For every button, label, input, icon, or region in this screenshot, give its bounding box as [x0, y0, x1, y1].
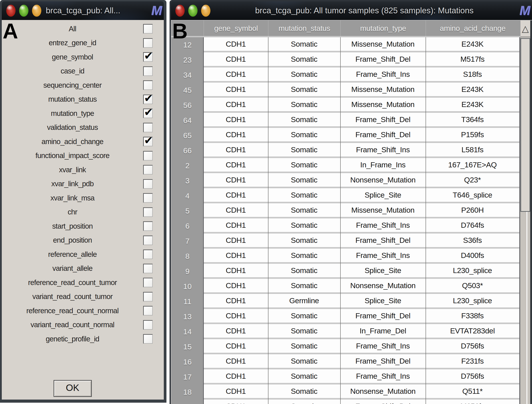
field-label: variant_read_count_tumor — [2, 292, 143, 301]
checkbox-validation_status[interactable] — [143, 123, 153, 132]
cell-amino_acid_change: D764fs — [426, 218, 519, 234]
table-row[interactable]: 16CDH1SomaticFrame_Shift_DelF231fs — [171, 354, 532, 369]
table-row[interactable]: 8CDH1SomaticFrame_Shift_InsD400fs — [171, 249, 532, 264]
table-row[interactable]: 6CDH1SomaticFrame_Shift_InsD764fs — [171, 218, 532, 234]
window-field-selector: brca_tcga_pub: All... M Allentrez_gene_i… — [0, 0, 166, 403]
table-row[interactable]: 4CDH1SomaticSplice_SiteT646_splice — [171, 188, 532, 203]
column-header-mutation_type[interactable]: mutation_type — [340, 20, 426, 36]
checkbox-xvar_link_pdb[interactable] — [143, 179, 153, 189]
cell-mutation_type: Frame_Shift_Ins — [340, 143, 426, 158]
row-number: 7 — [171, 234, 204, 249]
window-buttons — [2, 5, 41, 17]
field-row-variant_allele: variant_allele — [2, 261, 164, 276]
zoom-button[interactable] — [188, 5, 198, 17]
checkbox-reference_read_count_tumor[interactable] — [143, 278, 153, 287]
cell-amino_acid_change: D756fs — [426, 369, 519, 385]
table-row[interactable]: 23CDH1SomaticFrame_Shift_DelM517fs — [171, 52, 532, 68]
column-header-mutation_status[interactable]: mutation_status — [268, 20, 340, 36]
window-buttons — [171, 5, 210, 17]
field-label: amino_acid_change — [2, 137, 143, 146]
cell-amino_acid_change: L230_splice — [426, 264, 519, 279]
cell-gene_symbol: CDH1 — [204, 385, 268, 400]
field-label: entrez_gene_id — [2, 39, 143, 47]
table-row[interactable]: 5CDH1SomaticMissense_MutationP260H — [171, 203, 532, 218]
window-title: brca_tcga_pub: All tumor samples (825 sa… — [210, 6, 518, 15]
checkbox-reference_allele[interactable] — [143, 250, 153, 259]
table-row[interactable]: 56CDH1SomaticMissense_MutationE243K — [171, 98, 532, 113]
cell-mutation_type: Missense_Mutation — [340, 203, 426, 218]
field-label: sequencing_center — [2, 81, 143, 89]
checkbox-entrez_gene_id[interactable] — [143, 38, 153, 48]
field-row-functional_impact_score: functional_impact_score — [2, 149, 164, 163]
table-row[interactable]: 19CDH1SomaticFrame_Shift_DelM656fs — [171, 400, 532, 404]
checkbox-mutation_type[interactable]: ✔ — [143, 108, 153, 118]
table-row[interactable]: 15CDH1SomaticFrame_Shift_InsD756fs — [171, 339, 532, 354]
field-label: validation_status — [2, 123, 143, 132]
table-row[interactable]: 9CDH1SomaticSplice_SiteL230_splice — [171, 264, 532, 279]
cell-mutation_type: Splice_Site — [340, 188, 426, 203]
zoom-button[interactable] — [19, 5, 28, 17]
table-row[interactable]: 45CDH1SomaticMissense_MutationE243K — [171, 82, 532, 98]
checkbox-case_id[interactable] — [143, 66, 153, 76]
field-row-reference_read_count_tumor: reference_read_count_tumor — [2, 276, 164, 290]
table-row[interactable]: 17CDH1SomaticFrame_Shift_InsD756fs — [171, 369, 532, 385]
checkbox-functional_impact_score[interactable] — [143, 151, 153, 160]
field-label: start_position — [2, 222, 143, 230]
checkbox-start_position[interactable] — [143, 221, 153, 231]
table-row[interactable]: 10CDH1SomaticNonsense_MutationQ503* — [171, 279, 532, 294]
cell-mutation_type: Frame_Shift_Del — [340, 113, 426, 128]
table-row[interactable]: 12CDH1SomaticMissense_MutationE243K — [171, 37, 532, 52]
table-row[interactable]: 7CDH1SomaticFrame_Shift_DelS36fs — [171, 234, 532, 249]
checkbox-variant_read_count_tumor[interactable] — [143, 292, 153, 302]
cell-amino_acid_change: 167_167E>AQ — [426, 158, 519, 173]
column-header-amino_acid_change[interactable]: amino_acid_change — [426, 20, 519, 36]
checkbox-sequencing_center[interactable] — [143, 80, 153, 90]
checkbox-All[interactable] — [143, 24, 153, 33]
close-button[interactable] — [6, 5, 16, 17]
scroll-up-button[interactable]: △ — [520, 20, 530, 37]
checkbox-genetic_profile_id[interactable] — [143, 334, 153, 344]
checkbox-mutation_status[interactable]: ✔ — [143, 95, 153, 104]
checkbox-variant_allele[interactable] — [143, 264, 153, 273]
table-row[interactable]: 64CDH1SomaticFrame_Shift_DelT364fs — [171, 113, 532, 128]
panel-a-label: A — [3, 20, 18, 42]
field-row-All: All — [2, 22, 164, 36]
checkbox-end_position[interactable] — [143, 235, 153, 245]
checkbox-chr[interactable] — [143, 207, 153, 217]
field-row-xvar_link: xvar_link — [2, 163, 164, 177]
checkbox-variant_read_count_normal[interactable] — [143, 320, 153, 330]
column-header-gene_symbol[interactable]: gene_symbol — [204, 20, 268, 36]
table-row[interactable]: 3CDH1SomaticNonsense_MutationQ23* — [171, 173, 532, 188]
scrollbar-thumb[interactable] — [520, 38, 530, 212]
table-row[interactable]: 13CDH1SomaticFrame_Shift_DelF338fs — [171, 309, 532, 324]
cell-gene_symbol: CDH1 — [204, 294, 268, 309]
table-row[interactable]: 18CDH1SomaticNonsense_MutationQ511* — [171, 385, 532, 400]
cell-mutation_type: Frame_Shift_Ins — [340, 369, 426, 385]
column-divider — [426, 37, 426, 404]
cell-mutation_type: Frame_Shift_Del — [340, 234, 426, 249]
cell-mutation_type: Frame_Shift_Ins — [340, 339, 426, 354]
field-row-amino_acid_change: amino_acid_change✔ — [2, 134, 164, 149]
minimize-button[interactable] — [201, 5, 210, 17]
table-row[interactable]: 11CDH1GermlineSplice_SiteL230_splice — [171, 294, 532, 309]
titlebar: brca_tcga_pub: All tumor samples (825 sa… — [171, 1, 532, 20]
checkbox-xvar_link_msa[interactable] — [143, 193, 153, 203]
ok-button[interactable]: OK — [53, 380, 92, 397]
checkbox-amino_acid_change[interactable]: ✔ — [143, 137, 153, 146]
close-button[interactable] — [175, 5, 185, 17]
field-label: reference_read_count_tumor — [2, 278, 143, 287]
scrollbar-trough[interactable] — [520, 212, 530, 404]
table-row[interactable]: 2CDH1SomaticIn_Frame_Ins167_167E>AQ — [171, 158, 532, 173]
table-row[interactable]: 66CDH1SomaticFrame_Shift_InsL581fs — [171, 143, 532, 158]
cell-mutation_status: Somatic — [268, 400, 340, 404]
vertical-scrollbar: △ — [519, 20, 532, 404]
table-row[interactable]: 34CDH1SomaticFrame_Shift_InsS18fs — [171, 68, 532, 82]
checkbox-reference_read_count_normal[interactable] — [143, 306, 153, 316]
table-row[interactable]: 14CDH1SomaticIn_Frame_DelEVTAT283del — [171, 324, 532, 339]
table-row[interactable]: 65CDH1SomaticFrame_Shift_DelP159fs — [171, 128, 532, 143]
window-right-border — [530, 20, 532, 404]
checkbox-gene_symbol[interactable]: ✔ — [143, 52, 153, 62]
checkbox-xvar_link[interactable] — [143, 165, 153, 175]
minimize-button[interactable] — [32, 5, 41, 17]
field-label: case_id — [2, 67, 143, 75]
